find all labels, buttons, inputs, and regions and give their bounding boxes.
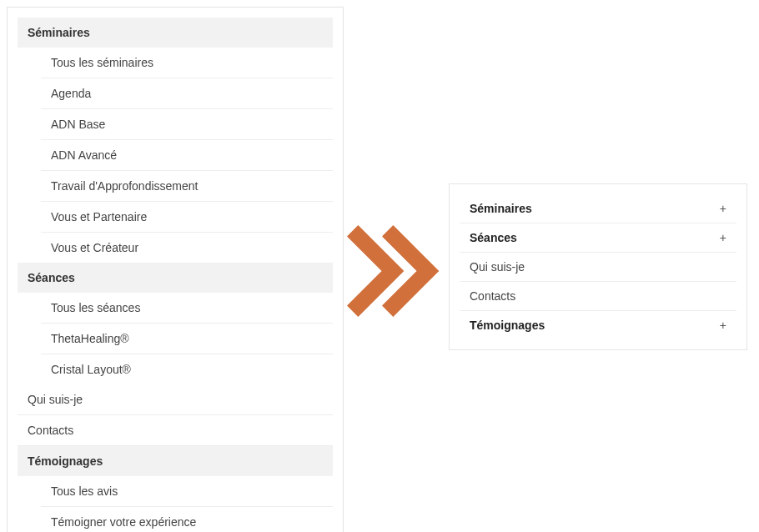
expanded-menu-panel: Séminaires Tous les séminaires Agenda AD… xyxy=(7,7,344,532)
menu-item-vous-partenaire[interactable]: Vous et Partenaire xyxy=(41,201,333,232)
collapsed-item-seances[interactable]: Séances + xyxy=(460,223,736,253)
menu-item-temoigner-experience[interactable]: Témoigner votre expérience xyxy=(41,506,333,532)
menu-item-tous-seminaires[interactable]: Tous les séminaires xyxy=(41,48,333,78)
submenu-temoignages: Tous les avis Témoigner votre expérience xyxy=(18,476,333,532)
collapsed-item-temoignages[interactable]: Témoignages + xyxy=(460,311,736,339)
menu-item-cristal-layout[interactable]: Cristal Layout® xyxy=(41,354,333,384)
menu-item-vous-createur[interactable]: Vous et Créateur xyxy=(41,232,333,263)
collapsed-menu-panel: Séminaires + Séances + Qui suis-je Conta… xyxy=(449,183,747,350)
collapsed-item-contacts[interactable]: Contacts xyxy=(460,282,736,311)
collapsed-label: Témoignages xyxy=(470,319,545,332)
collapsed-label: Contacts xyxy=(470,289,515,303)
submenu-seminaires: Tous les séminaires Agenda ADN Base ADN … xyxy=(18,48,333,263)
collapsed-label: Qui suis-je xyxy=(470,260,525,274)
collapsed-label: Séances xyxy=(470,231,517,244)
menu-item-agenda[interactable]: Agenda xyxy=(41,78,333,108)
menu-item-adn-base[interactable]: ADN Base xyxy=(41,108,333,139)
menu-item-qui-suis-je[interactable]: Qui suis-je xyxy=(18,384,333,415)
collapsed-item-qui-suis-je[interactable]: Qui suis-je xyxy=(460,253,736,282)
menu-item-tous-avis[interactable]: Tous les avis xyxy=(41,476,333,506)
expand-icon: + xyxy=(720,319,726,332)
menu-item-adn-avance[interactable]: ADN Avancé xyxy=(41,139,333,170)
menu-item-tous-seances[interactable]: Tous les séances xyxy=(41,293,333,323)
section-header-temoignages[interactable]: Témoignages xyxy=(18,446,333,476)
collapsed-item-seminaires[interactable]: Séminaires + xyxy=(460,194,736,223)
section-header-seminaires[interactable]: Séminaires xyxy=(18,18,333,48)
collapsed-label: Séminaires xyxy=(470,202,532,215)
submenu-seances: Tous les séances ThetaHealing® Cristal L… xyxy=(18,293,333,384)
menu-item-contacts[interactable]: Contacts xyxy=(18,415,333,446)
menu-item-travail-approfondissement[interactable]: Travail d'Approfondissement xyxy=(41,170,333,201)
expand-icon: + xyxy=(720,231,726,244)
menu-item-thetahealing[interactable]: ThetaHealing® xyxy=(41,323,333,354)
section-header-seances[interactable]: Séances xyxy=(18,263,333,293)
expand-icon: + xyxy=(720,202,726,215)
double-chevron-right-icon xyxy=(340,218,445,324)
